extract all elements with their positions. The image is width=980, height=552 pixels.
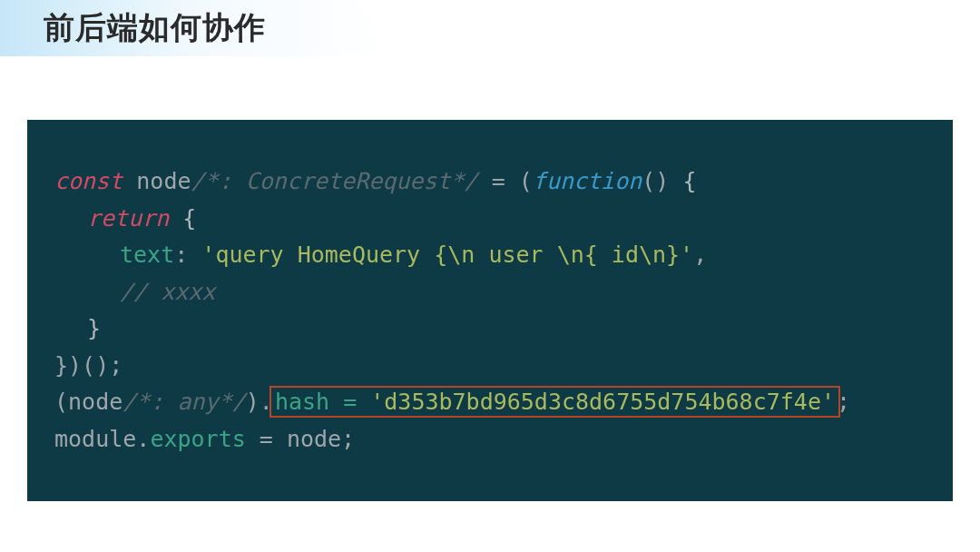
hash-value: 'd353b7bd965d3c8d6755d754b68c7f4e' bbox=[370, 389, 835, 415]
kw-const: const bbox=[54, 168, 122, 194]
eq: = bbox=[478, 168, 519, 194]
code-line-2: return { bbox=[54, 201, 926, 238]
title-bar: 前后端如何协作 bbox=[0, 0, 980, 56]
type-comment: /*: ConcreteRequest*/ bbox=[191, 168, 478, 194]
code-line-4: // xxxx bbox=[54, 274, 926, 311]
var-node: node bbox=[122, 168, 191, 194]
comma: , bbox=[693, 242, 707, 268]
eq: = bbox=[246, 426, 287, 452]
code-block: const node/*: ConcreteRequest*/ = (funct… bbox=[27, 120, 953, 501]
brace: { bbox=[169, 205, 196, 232]
kw-return: return bbox=[87, 205, 169, 232]
paren: ( bbox=[519, 168, 533, 194]
str-query: 'query HomeQuery {\n user \n{ id\n}' bbox=[201, 242, 693, 268]
exports: exports bbox=[150, 426, 245, 452]
code-line-3: text: 'query HomeQuery {\n user \n{ id\n… bbox=[54, 237, 926, 274]
comment-xxxx: // xxxx bbox=[120, 279, 215, 305]
paren: ( bbox=[54, 389, 68, 415]
var-node3: node bbox=[287, 426, 341, 452]
prop-text: text bbox=[120, 242, 174, 268]
paren-close: ) bbox=[246, 389, 260, 415]
kw-function: function bbox=[533, 168, 642, 194]
code-line-7: (node/*: any*/).hash = 'd353b7bd965d3c8d… bbox=[54, 384, 926, 421]
colon: : bbox=[174, 242, 201, 268]
code-line-1: const node/*: ConcreteRequest*/ = (funct… bbox=[54, 163, 926, 201]
type-any: /*: any*/ bbox=[122, 389, 245, 415]
dot: . bbox=[136, 426, 150, 452]
module: module bbox=[54, 426, 136, 452]
highlight-hash: hash = 'd353b7bd965d3c8d6755d754b68c7f4e… bbox=[270, 386, 840, 418]
semi: ; bbox=[341, 426, 355, 452]
iife-close: })(); bbox=[54, 352, 122, 379]
code-line-6: })(); bbox=[54, 348, 926, 385]
paren-args: () bbox=[642, 168, 682, 194]
semi: ; bbox=[837, 389, 850, 415]
brace-close: } bbox=[87, 315, 101, 341]
brace: { bbox=[682, 168, 696, 194]
slide-title: 前后端如何协作 bbox=[0, 7, 266, 49]
code-line-8: module.exports = node; bbox=[54, 421, 926, 458]
hash-assign: hash = bbox=[275, 389, 370, 415]
var-node2: node bbox=[68, 389, 122, 415]
code-line-5: } bbox=[54, 310, 926, 348]
